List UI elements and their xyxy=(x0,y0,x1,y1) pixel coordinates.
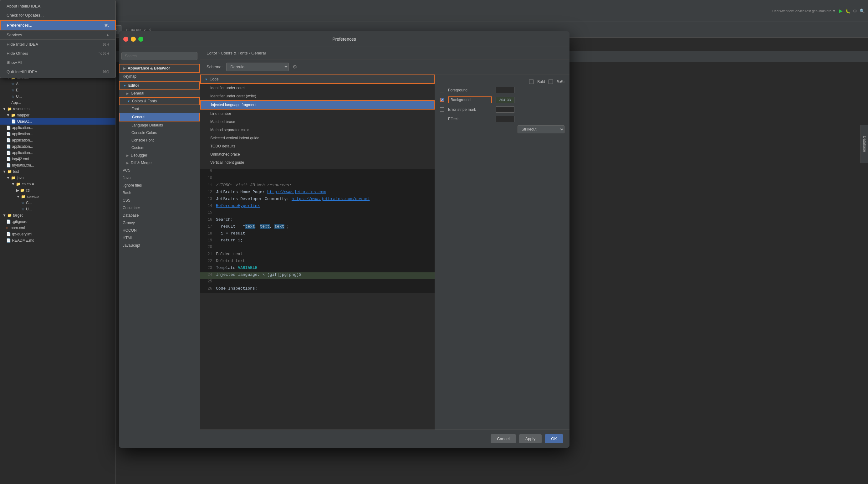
ok-button[interactable]: OK xyxy=(545,434,563,443)
foreground-checkbox[interactable] xyxy=(440,88,444,92)
tree-item-u2[interactable]: ☆ U... xyxy=(0,93,116,99)
menu-services[interactable]: Services ▶ xyxy=(0,30,116,40)
prefs-search-input[interactable] xyxy=(121,52,197,60)
color-item-injected-language[interactable]: Injected language fragment xyxy=(200,100,435,110)
tree-item-app[interactable]: App... xyxy=(0,99,116,106)
tree-item-ctl[interactable]: ▶ 📁 ctl xyxy=(0,187,116,193)
nav-custom[interactable]: Custom xyxy=(119,144,200,152)
maximize-button[interactable] xyxy=(138,37,143,42)
scheme-select[interactable]: Darcula xyxy=(226,63,289,71)
background-checkbox[interactable]: ✓ xyxy=(440,98,444,102)
debug-button[interactable]: 🐛 xyxy=(845,8,850,13)
color-item-selected-vertical[interactable]: Selected vertical indent guide xyxy=(200,134,435,142)
strikeout-select[interactable]: Strikeout xyxy=(518,125,564,133)
nav-debugger[interactable]: ▶ Debugger xyxy=(119,152,200,159)
error-stripe-row: Error stripe mark xyxy=(440,107,564,113)
color-item-unmatched-brace[interactable]: Unmatched brace xyxy=(200,150,435,158)
tree-item-userattention[interactable]: 📄 UserAt... xyxy=(0,118,116,125)
tree-item-log4j2[interactable]: 📄 log4j2.xml xyxy=(0,156,116,162)
cancel-button[interactable]: Cancel xyxy=(491,434,516,443)
tree-item-c1[interactable]: ☆ C... xyxy=(0,200,116,206)
tree-item-readme[interactable]: 📄 README.md xyxy=(0,237,116,244)
menu-about[interactable]: About IntelliJ IDEA xyxy=(0,2,116,11)
italic-checkbox[interactable] xyxy=(549,80,553,84)
tree-item-test[interactable]: ▼ 📁 test xyxy=(0,169,116,175)
bold-checkbox[interactable] xyxy=(529,80,533,84)
effects-checkbox[interactable] xyxy=(440,117,444,121)
tree-item-app1[interactable]: 📄 application... xyxy=(0,125,116,131)
nav-appearance-behavior[interactable]: ▶ Appearance & Behavior xyxy=(119,64,200,72)
tree-item-u3[interactable]: ☆ U... xyxy=(0,206,116,212)
code-line-13: 13 JetBrains Developer Community: https:… xyxy=(200,196,435,204)
tree-item-cn[interactable]: ▼ 📁 cn.co =... xyxy=(0,181,116,187)
menu-preferences[interactable]: Preferences... ⌘, xyxy=(0,20,116,30)
nav-html[interactable]: HTML xyxy=(119,234,200,242)
menu-hide-others[interactable]: Hide Others ⌥⌘H xyxy=(0,49,116,58)
tree-item-mapper[interactable]: ▼ 📁 mapper xyxy=(0,112,116,118)
tree-item-qx-iml[interactable]: 📄 qx-query.iml xyxy=(0,231,116,237)
close-button[interactable] xyxy=(123,37,128,42)
nav-font[interactable]: Font xyxy=(119,105,200,113)
scheme-label: Scheme: xyxy=(207,64,222,69)
nav-colors-fonts[interactable]: ▼ Colors & Fonts xyxy=(119,97,200,105)
tree-item-java[interactable]: ▼ 📁 java xyxy=(0,175,116,181)
nav-java[interactable]: Java xyxy=(119,174,200,182)
apply-button[interactable]: Apply xyxy=(519,434,542,443)
nav-groovy[interactable]: Groovy xyxy=(119,219,200,226)
nav-database[interactable]: Database xyxy=(119,212,200,219)
menu-show-all[interactable]: Show All xyxy=(0,58,116,67)
database-sidebar-tab[interactable]: Database xyxy=(861,125,868,163)
color-item-matched-brace[interactable]: Matched brace xyxy=(200,118,435,126)
nav-bash[interactable]: Bash xyxy=(119,189,200,196)
nav-console-font[interactable]: Console Font xyxy=(119,137,200,144)
tree-item-a1[interactable]: ☆ A... xyxy=(0,81,116,87)
nav-diff-merge[interactable]: ▶ Diff & Merge xyxy=(119,159,200,167)
menu-check-updates[interactable]: Check for Updates... xyxy=(0,11,116,20)
tree-item-resources[interactable]: ▼ 📁 resources xyxy=(0,106,116,112)
color-item-identifier-under-caret[interactable]: Identifier under caret xyxy=(200,84,435,92)
foreground-swatch[interactable] xyxy=(496,87,515,93)
link-jetbrains: http://www.jetbrains.com xyxy=(267,190,326,194)
tree-item-gitignore[interactable]: 📄 .gitignore xyxy=(0,218,116,225)
scheme-gear-icon[interactable]: ⚙ xyxy=(292,64,297,70)
nav-console-colors[interactable]: Console Colors xyxy=(119,129,200,137)
tree-item-target[interactable]: ▼ 📁 target xyxy=(0,212,116,218)
nav-ignore-files[interactable]: .ignore files xyxy=(119,182,200,189)
nav-css[interactable]: CSS xyxy=(119,196,200,204)
run-button[interactable]: ▶ xyxy=(839,8,843,14)
menu-quit[interactable]: Quit IntelliJ IDEA ⌘Q xyxy=(0,67,116,77)
nav-cucumber[interactable]: Cucumber xyxy=(119,204,200,212)
color-item-vertical-indent[interactable]: Vertical indent guide xyxy=(200,158,435,167)
menu-hide-idea[interactable]: Hide IntelliJ IDEA ⌘H xyxy=(0,40,116,49)
tree-item-mybatis[interactable]: 📄 mybatis.xm... xyxy=(0,162,116,169)
color-item-line-number[interactable]: Line number xyxy=(200,110,435,118)
error-stripe-checkbox[interactable] xyxy=(440,108,444,112)
nav-editor-general[interactable]: ▶ General xyxy=(119,90,200,97)
search-everywhere[interactable]: 🔍 xyxy=(860,8,865,13)
tree-item-service2[interactable]: ▼ 📁 service xyxy=(0,193,116,200)
coverage-button[interactable]: ⚙ xyxy=(853,8,857,13)
error-stripe-swatch[interactable] xyxy=(496,107,515,113)
tree-item-app5[interactable]: 📄 application... xyxy=(0,150,116,156)
tree-item-pom[interactable]: m pom.xml xyxy=(0,225,116,231)
color-section-code[interactable]: ▼ Code xyxy=(200,74,435,84)
nav-vcs[interactable]: VCS xyxy=(119,167,200,174)
effects-swatch[interactable] xyxy=(496,116,515,122)
nav-triangle-editor: ▼ xyxy=(123,84,126,87)
minimize-button[interactable] xyxy=(131,37,136,42)
nav-javascript[interactable]: JavaScript xyxy=(119,242,200,249)
tree-item-app4[interactable]: 📄 application... xyxy=(0,143,116,150)
nav-hocon[interactable]: HOCON xyxy=(119,226,200,234)
tree-item-e1[interactable]: ☆ E... xyxy=(0,87,116,93)
tree-item-app2[interactable]: 📄 application... xyxy=(0,131,116,137)
color-item-identifier-under-caret-write[interactable]: Identifier under caret (write) xyxy=(200,92,435,100)
nav-general-selected[interactable]: General xyxy=(119,113,200,121)
nav-editor[interactable]: ▼ Editor xyxy=(119,82,200,90)
color-item-todo[interactable]: TODO defaults xyxy=(200,142,435,150)
tree-item-app3[interactable]: 📄 application... xyxy=(0,137,116,143)
nav-tri-colors: ▼ xyxy=(127,99,130,103)
nav-language-defaults[interactable]: Language Defaults xyxy=(119,121,200,129)
nav-keymap[interactable]: Keymap xyxy=(119,72,200,80)
color-item-method-separator[interactable]: Method separator color xyxy=(200,126,435,134)
background-swatch[interactable]: 364133 xyxy=(496,97,515,103)
